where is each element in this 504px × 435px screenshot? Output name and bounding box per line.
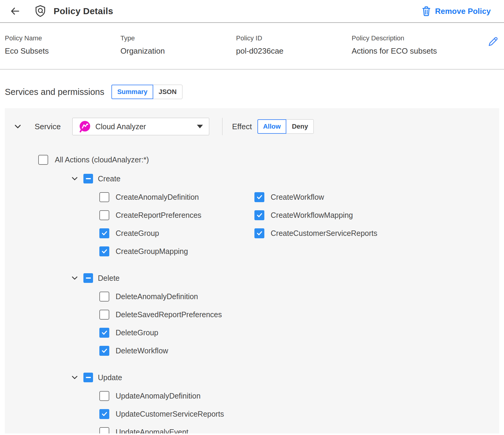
action-group-create: CreateCreateAnomalyDefinitionCreateRepor… [5, 173, 499, 264]
action-row: DeleteWorkflow [99, 346, 254, 356]
back-button[interactable] [9, 6, 21, 17]
group-expand-chevron[interactable] [71, 374, 79, 381]
group-actions-grid: DeleteAnomalyDefinitionDeleteSavedReport… [5, 291, 499, 364]
action-checkbox-DeleteAnomalyDefinition[interactable] [99, 292, 109, 302]
action-row: CreateGroupMapping [99, 246, 254, 256]
action-label: CreateAnomalyDefinition [116, 193, 199, 202]
view-toggle: Summary JSON [111, 85, 182, 99]
action-checkbox-UpdateAnomalyDefinition[interactable] [99, 391, 109, 401]
services-permissions-title: Services and permissions [5, 87, 104, 97]
action-checkbox-DeleteSavedReportPreferences[interactable] [99, 310, 109, 320]
action-checkbox-CreateAnomalyDefinition[interactable] [99, 192, 109, 202]
policy-type-value: Organization [120, 46, 236, 56]
vertical-divider [222, 118, 222, 135]
service-dropdown[interactable]: Cloud Analyzer [72, 118, 209, 135]
action-row: CreateReportPreferences [99, 210, 254, 220]
action-checkbox-CreateCustomerServiceReports[interactable] [254, 228, 264, 238]
remove-policy-button[interactable]: Remove Policy [422, 6, 491, 16]
group-expand-chevron[interactable] [71, 175, 79, 183]
indeterminate-dash-icon [86, 377, 91, 378]
policy-id-field: Policy ID pol-d0236cae [236, 34, 352, 56]
action-label: DeleteAnomalyDefinition [116, 292, 198, 301]
service-collapse-chevron[interactable] [14, 122, 22, 131]
check-icon [101, 329, 108, 336]
back-arrow-icon [9, 6, 21, 17]
services-permissions-header: Services and permissions Summary JSON [5, 85, 499, 99]
group-header-create: Create [5, 173, 499, 184]
group-header-delete: Delete [5, 273, 499, 283]
action-label: UpdateCustomerServiceReports [116, 410, 224, 418]
policy-id-value: pol-d0236cae [236, 46, 352, 56]
action-group-update: UpdateUpdateAnomalyDefinitionUpdateCusto… [5, 372, 499, 433]
group-expand-chevron[interactable] [71, 274, 79, 282]
group-label: Delete [98, 274, 120, 283]
check-icon [256, 212, 263, 218]
policy-description-value: Actions for ECO subsets [352, 46, 478, 56]
policy-id-label: Policy ID [236, 34, 352, 42]
action-checkbox-UpdateCustomerServiceReports[interactable] [99, 409, 109, 419]
indeterminate-dash-icon [86, 277, 91, 279]
view-toggle-json[interactable]: JSON [153, 85, 182, 99]
group-actions-grid: UpdateAnomalyDefinitionUpdateCustomerSer… [5, 391, 499, 433]
action-row: UpdateAnomalyEvent [99, 427, 254, 433]
cloud-analyzer-icon [79, 120, 91, 133]
check-icon [101, 230, 108, 236]
dropdown-caret-icon [197, 125, 203, 128]
action-row: UpdateCustomerServiceReports [99, 409, 254, 419]
group-label: Create [98, 174, 120, 183]
all-actions-checkbox[interactable] [38, 155, 48, 165]
group-label: Update [98, 373, 122, 382]
action-label: DeleteGroup [116, 328, 158, 337]
page-title: Policy Details [54, 6, 113, 16]
action-label: CreateGroup [116, 229, 159, 238]
indeterminate-dash-icon [86, 178, 91, 179]
action-checkbox-DeleteWorkflow[interactable] [99, 346, 109, 356]
action-group-delete: DeleteDeleteAnomalyDefinitionDeleteSaved… [5, 273, 499, 364]
action-label: CreateWorkflowMapping [271, 211, 353, 220]
action-row: DeleteAnomalyDefinition [99, 291, 254, 302]
actions-column: CreateWorkflowCreateWorkflowMappingCreat… [254, 192, 377, 264]
all-actions-label: All Actions (cloudAnalyzer:*) [55, 155, 149, 164]
action-checkbox-UpdateAnomalyEvent[interactable] [99, 427, 109, 434]
check-icon [256, 194, 263, 200]
check-icon [101, 248, 108, 255]
action-row: CreateWorkflow [254, 192, 377, 202]
action-checkbox-CreateWorkflow[interactable] [254, 192, 264, 202]
action-groups: CreateCreateAnomalyDefinitionCreateRepor… [5, 173, 499, 433]
actions-column: DeleteAnomalyDefinitionDeleteSavedReport… [99, 291, 254, 364]
actions-column: CreateAnomalyDefinitionCreateReportPrefe… [99, 192, 254, 264]
action-checkbox-CreateReportPreferences[interactable] [99, 210, 109, 220]
effect-allow-button[interactable]: Allow [257, 119, 287, 134]
action-checkbox-DeleteGroup[interactable] [99, 328, 109, 338]
service-label: Service [35, 122, 61, 131]
action-row: UpdateAnomalyDefinition [99, 391, 254, 401]
remove-policy-label: Remove Policy [435, 7, 491, 16]
view-toggle-summary[interactable]: Summary [111, 85, 153, 99]
action-row: CreateWorkflowMapping [254, 210, 377, 220]
group-checkbox-update[interactable] [83, 373, 93, 382]
effect-deny-button[interactable]: Deny [286, 119, 314, 134]
edit-policy-button[interactable] [487, 34, 499, 56]
policy-name-value: Eco Subsets [5, 46, 120, 56]
chevron-down-icon [71, 274, 79, 282]
check-icon [256, 230, 263, 236]
permissions-panel: Service Cloud Analyzer Effect Allow Deny… [5, 108, 499, 433]
action-checkbox-CreateGroup[interactable] [99, 228, 109, 238]
group-checkbox-delete[interactable] [83, 273, 93, 283]
all-actions-row: All Actions (cloudAnalyzer:*) [5, 155, 499, 165]
policy-description-label: Policy Description [352, 34, 478, 42]
group-actions-grid: CreateAnomalyDefinitionCreateReportPrefe… [5, 192, 499, 264]
service-selected-value: Cloud Analyzer [95, 122, 146, 131]
action-label: CreateCustomerServiceReports [271, 229, 377, 238]
action-row: CreateAnomalyDefinition [99, 192, 254, 202]
chevron-down-icon [71, 175, 79, 183]
action-label: UpdateAnomalyEvent [116, 428, 188, 434]
group-checkbox-create[interactable] [83, 174, 93, 183]
action-row: CreateGroup [99, 228, 254, 238]
service-row: Service Cloud Analyzer Effect Allow Deny [5, 118, 499, 135]
action-row: DeleteGroup [99, 327, 254, 338]
group-header-update: Update [5, 372, 499, 383]
action-checkbox-CreateGroupMapping[interactable] [99, 246, 109, 256]
action-checkbox-CreateWorkflowMapping[interactable] [254, 210, 264, 220]
actions-tree: All Actions (cloudAnalyzer:*) CreateCrea… [5, 155, 499, 433]
